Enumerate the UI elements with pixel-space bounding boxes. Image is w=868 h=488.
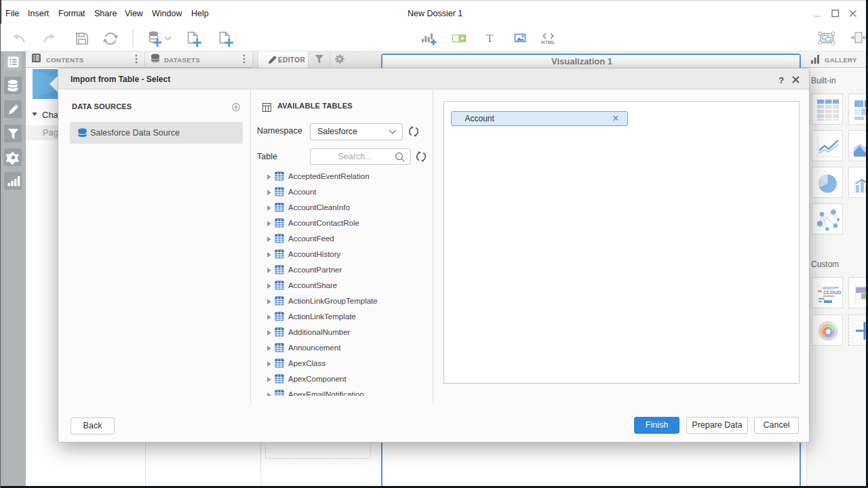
svg-text:HTML: HTML xyxy=(541,40,555,45)
svg-text:CLOUD: CLOUD xyxy=(823,289,842,296)
svg-text:?: ? xyxy=(778,75,784,85)
svg-text:T: T xyxy=(486,32,493,45)
